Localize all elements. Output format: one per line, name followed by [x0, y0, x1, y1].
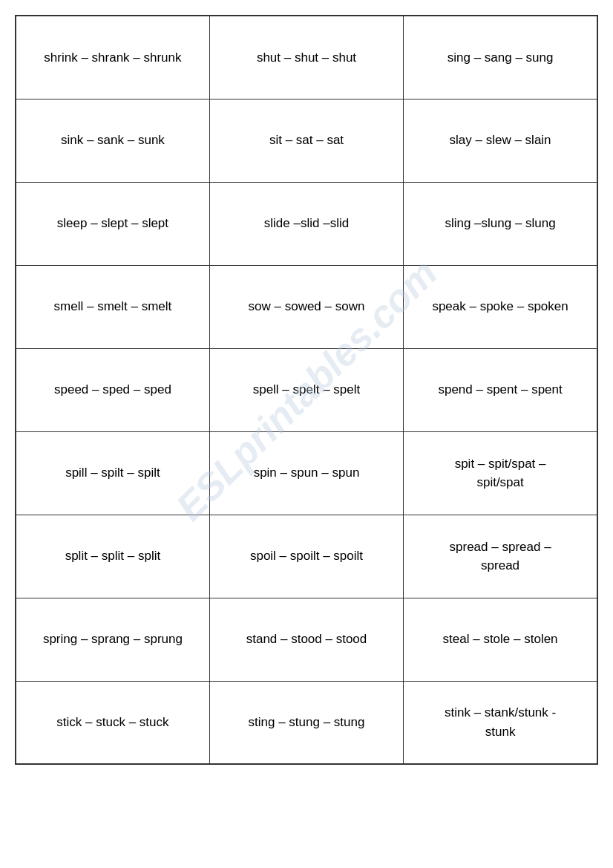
table-row: sink – sank – sunksit – sat – satslay – … — [16, 99, 597, 182]
cell-r7-c0: spring – sprang – sprung — [16, 598, 209, 681]
cell-r2-c0: sleep – slept – slept — [16, 182, 209, 265]
cell-r1-c0: sink – sank – sunk — [16, 99, 209, 182]
verb-table: shrink – shrank – shrunkshut – shut – sh… — [15, 15, 598, 765]
cell-r2-c2: sling –slung – slung — [404, 182, 597, 265]
table-row: smell – smelt – smeltsow – sowed – sowns… — [16, 265, 597, 348]
cell-r6-c2: spread – spread –spread — [404, 515, 597, 598]
cell-r5-c0: spill – spilt – spilt — [16, 431, 209, 515]
cell-r0-c0: shrink – shrank – shrunk — [16, 16, 209, 99]
cell-r6-c1: spoil – spoilt – spoilt — [209, 515, 403, 598]
cell-r0-c1: shut – shut – shut — [209, 16, 403, 99]
cell-r5-c2: spit – spit/spat –spit/spat — [404, 431, 597, 515]
table-row: spill – spilt – spiltspin – spun – spuns… — [16, 431, 597, 515]
cell-r4-c1: spell – spelt – spelt — [209, 348, 403, 431]
cell-r6-c0: split – split – split — [16, 515, 209, 598]
cell-r1-c1: sit – sat – sat — [209, 99, 403, 182]
cell-r3-c2: speak – spoke – spoken — [404, 265, 597, 348]
cell-r7-c2: steal – stole – stolen — [404, 598, 597, 681]
table-row: speed – sped – spedspell – spelt – spelt… — [16, 348, 597, 431]
cell-r3-c1: sow – sowed – sown — [209, 265, 403, 348]
cell-r5-c1: spin – spun – spun — [209, 431, 403, 515]
cell-r8-c1: sting – stung – stung — [209, 681, 403, 764]
cell-r0-c2: sing – sang – sung — [404, 16, 597, 99]
table-row: stick – stuck – stucksting – stung – stu… — [16, 681, 597, 764]
page-container: ESLprintables.com shrink – shrank – shru… — [7, 7, 606, 772]
cell-r3-c0: smell – smelt – smelt — [16, 265, 209, 348]
cell-r1-c2: slay – slew – slain — [404, 99, 597, 182]
cell-r2-c1: slide –slid –slid — [209, 182, 403, 265]
cell-r8-c2: stink – stank/stunk -stunk — [404, 681, 597, 764]
cell-r7-c1: stand – stood – stood — [209, 598, 403, 681]
cell-r4-c2: spend – spent – spent — [404, 348, 597, 431]
cell-r8-c0: stick – stuck – stuck — [16, 681, 209, 764]
table-row: spring – sprang – sprungstand – stood – … — [16, 598, 597, 681]
table-row: shrink – shrank – shrunkshut – shut – sh… — [16, 16, 597, 99]
cell-r4-c0: speed – sped – sped — [16, 348, 209, 431]
table-row: sleep – slept – sleptslide –slid –slidsl… — [16, 182, 597, 265]
table-row: split – split – splitspoil – spoilt – sp… — [16, 515, 597, 598]
